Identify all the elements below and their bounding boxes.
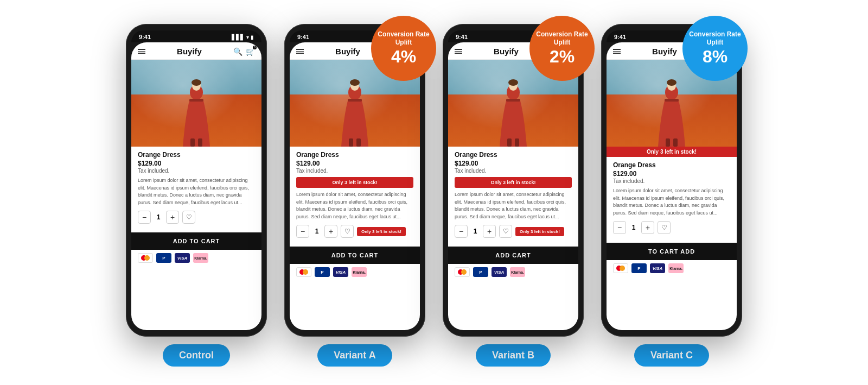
mastercard-icon	[296, 267, 311, 277]
badge-circle: Conversion Rate Uplift 4%	[371, 16, 436, 81]
product-tax: Tax included.	[296, 168, 413, 174]
product-tax: Tax included.	[613, 178, 730, 184]
phone-time: 9:41	[456, 34, 468, 40]
product-name: Orange Dress	[613, 161, 730, 169]
hamburger-icon[interactable]	[138, 49, 145, 54]
add-to-cart-button[interactable]: ADD CART	[448, 247, 578, 264]
add-to-cart-button[interactable]: ADd TO CART	[290, 247, 420, 264]
mastercard-icon	[138, 253, 153, 263]
svg-rect-14	[507, 138, 512, 147]
svg-rect-8	[349, 138, 353, 147]
quantity-decrease-button[interactable]: −	[613, 221, 626, 234]
svg-point-17	[508, 79, 518, 86]
svg-point-11	[350, 79, 360, 86]
phone-notch-bar: 9:41 ▋▋▋ ▾ ▮	[131, 30, 261, 42]
quantity-increase-button[interactable]: +	[483, 225, 496, 238]
phone-wrapper-variant-b: Conversion Rate Uplift 2% 9:41 ▋▋▋ ▾ ▮	[443, 24, 584, 367]
stock-inline-badge: Only 3 left in stock!	[296, 177, 413, 188]
svg-rect-20	[666, 138, 670, 147]
search-icon[interactable]: 🔍	[233, 47, 242, 56]
payment-icons: P VISA Klarna.	[131, 250, 261, 266]
product-price: $129.00	[138, 160, 255, 167]
quantity-value: 1	[312, 228, 321, 235]
app-logo: Buyify	[145, 47, 233, 56]
klarna-icon: Klarna.	[352, 267, 367, 277]
quantity-value: 1	[154, 213, 163, 221]
quantity-decrease-button[interactable]: −	[296, 225, 309, 238]
phone-wrapper-variant-c: Conversion Rate Uplift 8% 9:41 ▋▋▋ ▾ ▮	[601, 24, 742, 367]
svg-rect-7	[348, 99, 362, 102]
svg-point-5	[192, 79, 201, 86]
hamburger-icon[interactable]	[296, 49, 304, 54]
paypal-icon: P	[156, 253, 171, 263]
scene: 9:41 ▋▋▋ ▾ ▮	[0, 8, 868, 377]
quantity-value: 1	[629, 224, 638, 231]
phone-status-icons: ▋▋▋ ▾ ▮	[232, 34, 254, 40]
product-image	[131, 60, 261, 147]
product-price: $129.00	[296, 160, 413, 167]
product-name: Orange Dress	[296, 151, 413, 159]
svg-point-23	[667, 79, 676, 86]
dress-figure	[336, 71, 374, 147]
quantity-row: − 1 + ♡	[613, 221, 730, 234]
product-name: Orange Dress	[455, 151, 572, 159]
add-to-cart-button[interactable]: ADD TO CART	[131, 232, 261, 250]
product-tax: Tax included.	[455, 168, 572, 174]
quantity-increase-button[interactable]: +	[166, 211, 179, 224]
svg-rect-9	[356, 138, 361, 147]
phone-time: 9:41	[139, 34, 151, 40]
variant-label: Control	[163, 344, 230, 367]
variant-label: Variant B	[476, 344, 551, 367]
phone-screen: Buyify 🔍 🛒 0	[607, 42, 737, 330]
quantity-decrease-button[interactable]: −	[138, 211, 151, 224]
visa-icon: VISA	[333, 267, 348, 277]
conversion-badge: Conversion Rate Uplift 8%	[682, 16, 748, 81]
wishlist-button[interactable]: ♡	[341, 225, 354, 238]
svg-rect-2	[190, 138, 195, 147]
product-name: Orange Dress	[138, 151, 255, 159]
stock-banner: Only 3 left in stock!	[607, 147, 737, 157]
wishlist-button[interactable]: ♡	[658, 221, 671, 234]
quantity-row: − 1 + ♡	[138, 211, 255, 224]
hamburger-icon[interactable]	[613, 49, 621, 54]
product-description: Lorem ipsum dolor sit amet, consectetur …	[138, 177, 255, 206]
phone-screen: Buyify 🔍 🛒 0	[131, 42, 261, 330]
wishlist-button[interactable]: ♡	[182, 211, 195, 224]
product-info: Orange Dress $129.00 Tax included. Lorem…	[607, 157, 737, 243]
stock-inline-badge: Only 3 left in stock!	[455, 177, 572, 188]
visa-icon: VISA	[650, 263, 665, 273]
paypal-icon: P	[631, 263, 647, 273]
variant-label: Variant C	[634, 344, 709, 367]
product-price: $129.00	[613, 170, 730, 178]
battery-icon: ▮	[251, 34, 254, 40]
product-description: Lorem ipsum dolor sit amet, consectetur …	[455, 191, 572, 220]
badge-percent: 4%	[391, 47, 416, 66]
conversion-badge: Conversion Rate Uplift 2%	[529, 16, 595, 81]
product-description: Lorem ipsum dolor sit amet, consectetur …	[613, 187, 730, 217]
badge-percent: 8%	[703, 47, 727, 66]
phone-time: 9:41	[614, 34, 626, 40]
add-to-cart-button[interactable]: To CART ADD	[607, 243, 737, 260]
product-info: Orange Dress $129.00 Tax included. Only …	[448, 147, 578, 247]
wishlist-button[interactable]: ♡	[499, 225, 512, 238]
mastercard-icon	[613, 263, 628, 273]
badge-circle: Conversion Rate Uplift 2%	[529, 16, 595, 81]
quantity-decrease-button[interactable]: −	[455, 225, 468, 238]
svg-rect-13	[506, 99, 520, 102]
badge-percent: 2%	[550, 47, 575, 66]
hamburger-icon[interactable]	[455, 49, 462, 54]
mastercard-icon	[455, 267, 470, 277]
cart-icon[interactable]: 🛒 0	[246, 47, 255, 56]
paypal-icon: P	[315, 267, 330, 277]
quantity-row: − 1 + ♡ Only 3 left in stock!	[455, 225, 572, 238]
quantity-row: − 1 + ♡ Only 3 left in stock!	[296, 225, 413, 238]
quantity-increase-button[interactable]: +	[641, 221, 654, 234]
quantity-value: 1	[471, 228, 480, 235]
dress-figure	[494, 71, 532, 147]
quantity-increase-button[interactable]: +	[324, 225, 337, 238]
badge-label: Conversion Rate Uplift	[529, 30, 595, 47]
signal-icon: ▋▋▋	[232, 34, 245, 40]
klarna-icon: Klarna.	[193, 253, 208, 263]
product-info: Orange Dress $129.00 Tax included. Lorem…	[131, 147, 261, 232]
app-header: Buyify 🔍 🛒 0	[131, 42, 261, 60]
